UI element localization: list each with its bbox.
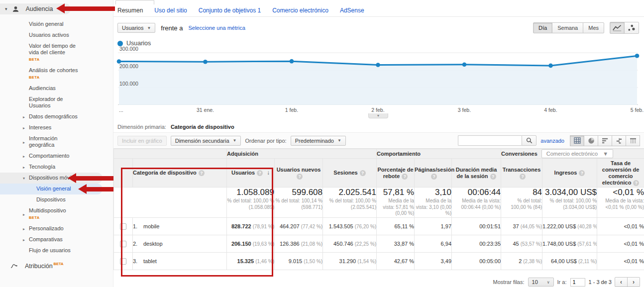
sidebar-item-label: Dispositivos	[36, 196, 66, 203]
help-icon[interactable]: ?	[402, 174, 408, 180]
search-input[interactable]	[458, 135, 522, 146]
tab-comercio-electr-nico[interactable]: Comercio electrónico	[272, 7, 328, 14]
performance-view-button[interactable]	[598, 135, 612, 146]
metric-cell-tasa-de-conversi-n-de-comercio-electr-nico: <0,01 %	[597, 218, 644, 235]
group-header-adquisici-n: Adquisición	[227, 149, 377, 159]
sidebar-item-personalizado[interactable]: ▸Personalizado	[0, 223, 103, 234]
secondary-dimension-dropdown[interactable]: Dimensión secundaria ▼	[171, 136, 241, 146]
pivot-view-button[interactable]	[626, 135, 640, 146]
sidebar-item-informaci-n-geogr-fica[interactable]: ▸Información geográfica	[0, 133, 103, 151]
advanced-link[interactable]: avanzado	[540, 138, 564, 144]
sidebar-item-flujo-de-usuarios[interactable]: Flujo de usuarios	[0, 245, 103, 256]
column-header-p-ginas-sesi-n[interactable]: Páginas/sesión?	[415, 159, 452, 188]
total-value: 3,10	[415, 188, 451, 197]
goto-page-input[interactable]	[570, 278, 585, 287]
help-icon[interactable]: ?	[633, 180, 639, 186]
conversions-type-dropdown[interactable]: Comercio electrónico▼	[541, 149, 613, 158]
column-header-sesiones[interactable]: Sesiones?	[323, 159, 377, 188]
row-checkbox-cell	[114, 253, 133, 270]
help-icon[interactable]: ?	[490, 174, 496, 180]
row-checkbox[interactable]	[120, 241, 126, 247]
column-header-porcentaje-de-rebote[interactable]: Porcentaje de rebote?	[377, 159, 415, 188]
column-header-categor-a-de-dispositivo[interactable]: Categoría de dispositivo?	[133, 159, 227, 188]
tab-uso-del-sitio[interactable]: Uso del sitio	[154, 7, 187, 14]
sidebar-item-comparativas[interactable]: ▸Comparativas	[0, 234, 103, 245]
metric-selector-dropdown[interactable]: Usuarios ▼	[117, 23, 155, 33]
column-header-usuarios[interactable]: Usuarios?↓	[227, 159, 275, 188]
tab-adsense[interactable]: AdSense	[340, 7, 364, 14]
select-metric-link[interactable]: Seleccione una métrica	[188, 25, 245, 31]
sidebar-item-explorador-de-usuarios[interactable]: Explorador de Usuarios	[0, 94, 103, 111]
pagination-controls: ‹ ›	[615, 277, 640, 287]
tab-conjunto-de-objetivos-1[interactable]: Conjunto de objetivos 1	[199, 7, 261, 14]
total-value: 599.608	[275, 188, 322, 197]
sidebar-item-multidispositivo[interactable]: ▸MultidispositivoBETA	[0, 205, 103, 223]
sidebar-item-intereses[interactable]: ▸Intereses	[0, 122, 103, 133]
row-checkbox[interactable]	[120, 258, 126, 265]
sidebar-item-usuarios-activos[interactable]: Usuarios activos	[0, 30, 103, 41]
help-icon[interactable]: ?	[431, 174, 437, 180]
granularity-d-a[interactable]: Día	[533, 22, 552, 33]
sidebar-item-an-lisis-de-cohortes[interactable]: Análisis de cohortesBETA	[0, 65, 103, 83]
row-checkbox-cell	[114, 235, 133, 253]
help-icon[interactable]: ?	[360, 170, 366, 176]
sidebar-item-visi-n-general[interactable]: Visión general	[0, 19, 103, 30]
metric-percent: (78,91 %)	[253, 224, 274, 229]
help-icon[interactable]: ?	[520, 174, 526, 180]
metric-cell-duraci-n-media-de-la-sesi-n: 00:05:00	[452, 253, 501, 270]
column-header-ingresos[interactable]: Ingresos?	[542, 159, 597, 188]
sidebar-item-visi-n-general[interactable]: Visión general	[0, 184, 103, 194]
granularity-semana[interactable]: Semana	[552, 22, 583, 33]
line-chart-svg	[118, 48, 638, 105]
sidebar-item-label: Datos demográficos	[29, 113, 78, 120]
sort-type-dropdown[interactable]: Predeterminado ▼	[291, 136, 346, 146]
metric-cell-usuarios-nuevos: 464.207(77,42 %)	[275, 218, 323, 235]
sidebar-item-audiencias[interactable]: Audiencias	[0, 83, 103, 94]
column-header-duraci-n-media-de-la-sesi-n[interactable]: Duración media de la sesión?	[452, 159, 501, 188]
column-header-usuarios-nuevos[interactable]: Usuarios nuevos?	[275, 159, 323, 188]
primary-dimension-value[interactable]: Categoría de dispositivo	[171, 124, 234, 130]
column-header-tasa-de-conversi-n-de-comercio-electr-nico[interactable]: Tasa de conversión de comercio electróni…	[597, 159, 644, 188]
help-icon[interactable]: ?	[579, 170, 585, 176]
rows-per-page-select[interactable]: 10 ∨	[528, 278, 554, 287]
comparison-view-button[interactable]	[612, 135, 626, 146]
sidebar-item-dispositivos-m-viles[interactable]: ▾Dispositivos móviles	[0, 173, 103, 184]
granularity-mes[interactable]: Mes	[583, 22, 604, 33]
help-icon[interactable]: ?	[257, 170, 263, 176]
x-axis-label: 31 ene.	[197, 107, 214, 113]
metric-cell-ingresos: 1.748,00 US$(57,61 %)	[542, 235, 597, 253]
sidebar-item-label: Intereses	[29, 124, 51, 131]
tab-resumen[interactable]: Resumen	[117, 7, 143, 14]
help-icon[interactable]: ?	[199, 170, 205, 176]
sidebar-item-dispositivos[interactable]: Dispositivos	[0, 194, 103, 205]
metric-value: 9.015	[289, 258, 303, 264]
annotations-drawer-handle[interactable]: ▼	[368, 113, 388, 118]
line-chart-view-button[interactable]	[610, 22, 625, 34]
sidebar-item-comportamiento[interactable]: ▸Comportamiento	[0, 151, 103, 162]
search-button[interactable]	[522, 135, 537, 146]
chevron-right-icon: ▸	[23, 139, 25, 145]
sidebar-item-atribucion[interactable]: Atribución BETA	[0, 262, 113, 270]
help-icon[interactable]: ?	[297, 174, 303, 180]
sidebar-item-datos-demogr-ficos[interactable]: ▸Datos demográficos	[0, 111, 103, 122]
percentage-view-button[interactable]	[584, 135, 598, 146]
metric-cell-sesiones: 450.746(22,25 %)	[323, 235, 377, 253]
motion-chart-view-button[interactable]	[624, 22, 639, 34]
metric-percent: (40,28 %)	[577, 224, 597, 229]
metric-cell-usuarios: 206.150(19,63 %)	[227, 235, 275, 253]
sidebar-item-valor-del-tiempo-de-vida-del-cliente[interactable]: Valor del tiempo de vida del clienteBETA	[0, 41, 103, 65]
sidebar-item-tecnolog-a[interactable]: ▸Tecnología	[0, 162, 103, 173]
prev-page-button[interactable]: ‹	[615, 277, 628, 287]
pivot-icon	[630, 138, 637, 144]
table-view-button[interactable]	[570, 135, 584, 146]
sidebar-section-audiencia[interactable]: ▾ Audiencia	[0, 3, 71, 14]
metric-percent: (2,11 %)	[578, 259, 597, 264]
series-color-dot	[117, 41, 123, 46]
row-checkbox[interactable]	[120, 223, 126, 230]
metric-percent: (53,57 %)	[521, 241, 542, 247]
next-page-button[interactable]: ›	[627, 277, 640, 287]
device-category-cell: 1.mobile	[133, 218, 227, 235]
chevron-down-icon: ▾	[5, 6, 7, 11]
tab-stub[interactable]	[115, 0, 154, 4]
column-header-transacciones[interactable]: Transacciones?	[501, 159, 542, 188]
